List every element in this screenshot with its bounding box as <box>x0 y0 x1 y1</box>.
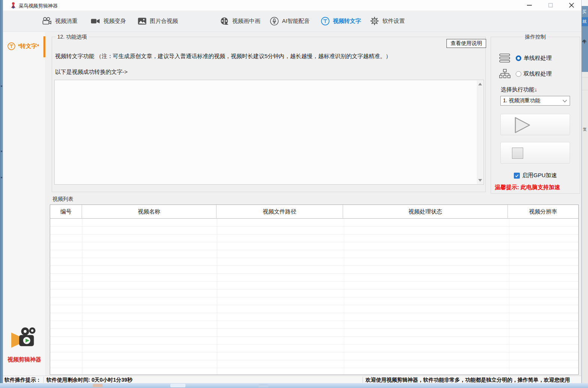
chevron-down-icon <box>563 100 567 103</box>
column-header-name[interactable]: 视频名称 <box>82 205 216 219</box>
desktop-edge-strip <box>0 0 3 388</box>
minimize-button[interactable] <box>521 0 537 10</box>
window-title: 菜鸟视频剪辑神器 <box>19 3 58 9</box>
function-options-groupbox: 12. 功能选项 查看使用说明 视频转文字功能 （注：可生成原创文章，建议导入普… <box>52 37 486 192</box>
gpu-checkbox[interactable] <box>514 173 520 179</box>
groupbox-title: 操作控制 <box>524 34 548 40</box>
background-text-fragment: 复 <box>583 127 587 132</box>
microphone-icon <box>270 17 279 25</box>
tab-label: 视频消重 <box>55 18 78 25</box>
sidebar-item-label: *转文字* <box>18 43 39 50</box>
statusbar-divider <box>43 377 44 383</box>
gpu-checkbox-label: 启用GPU加速 <box>522 172 557 179</box>
tab-picture-in-picture[interactable]: 视频画中画 <box>220 10 260 31</box>
statusbar-divider <box>363 377 363 383</box>
video-list-title: 视频列表 <box>52 196 73 203</box>
taskbar-button[interactable] <box>258 384 268 387</box>
double-thread-label: 双线程处理 <box>524 70 552 78</box>
function-select-value: 1. 视频消重功能 <box>503 97 540 104</box>
desktop-icon-fragment <box>1 85 2 87</box>
tab-label: 视频画中画 <box>232 18 260 25</box>
tab-settings[interactable]: 软件设置 <box>370 10 405 31</box>
check-icon <box>515 173 519 178</box>
feature-description: 视频转文字功能 （注：可生成原创文章，建议导入普通话标准的视频，视频时长建议5分… <box>55 53 391 60</box>
tab-ai-dubbing[interactable]: AI智能配音 <box>270 10 310 31</box>
column-header-resolution[interactable]: 视频分辨率 <box>508 205 578 219</box>
sidebar-item-to-text[interactable]: *转文字* <box>3 39 46 54</box>
converted-text-value <box>57 82 475 183</box>
movie-camera-icon <box>42 17 52 25</box>
double-thread-radio[interactable] <box>516 71 521 77</box>
start-button[interactable] <box>500 114 570 135</box>
background-window-sliver: 买 就 牛 复 <box>582 0 588 383</box>
remaining-time-text: 软件使用剩余时间: 0天0小时1分39秒 <box>46 377 132 384</box>
converted-text-area[interactable] <box>54 80 484 185</box>
letter-t-icon <box>7 42 15 50</box>
table-header-row: 编号 视频名称 视频文件路径 视频处理状态 视频分辨率 <box>50 205 578 219</box>
table-body-empty[interactable] <box>50 219 578 375</box>
vertical-scrollbar[interactable] <box>477 81 483 184</box>
single-thread-label: 单线程处理 <box>524 55 552 62</box>
double-thread-option[interactable]: 双线程处理 <box>499 68 552 80</box>
tab-video-to-text[interactable]: 视频转文字 <box>321 10 361 31</box>
background-selected-item: 就 <box>582 17 588 26</box>
desktop: 买 就 牛 复 菜鸟视频剪辑神器 <box>0 0 588 388</box>
title-bar[interactable]: 菜鸟视频剪辑神器 <box>3 0 581 10</box>
help-button[interactable]: 查看使用说明 <box>446 39 486 48</box>
app-logo-caption: 视频剪辑神器 <box>3 356 46 363</box>
tab-label: 视频变身 <box>103 18 126 25</box>
status-hint-label: 软件操作提示： <box>4 377 41 384</box>
result-hint: 以下是视频成功转换的文字-> <box>55 69 128 76</box>
play-icon <box>514 116 531 134</box>
single-thread-option[interactable]: 单线程处理 <box>499 52 552 64</box>
background-window-body: 复 <box>582 72 588 383</box>
gpu-acceleration-option[interactable]: 启用GPU加速 <box>491 172 580 179</box>
stop-button[interactable] <box>500 142 570 164</box>
sidebar-active-indicator <box>43 36 45 57</box>
video-list-table[interactable]: 编号 视频名称 视频文件路径 视频处理状态 视频分辨率 <box>50 204 579 375</box>
background-window-nav: 买 就 牛 <box>582 6 588 72</box>
tab-video-transform[interactable]: 视频变身 <box>91 10 126 31</box>
tab-label: 图片合视频 <box>150 18 178 25</box>
content-area: *转文字* 视频剪辑神器 12. 功能选项 查看使用说明 视频转文字功能 （注：… <box>3 32 581 376</box>
scroll-down-icon[interactable] <box>478 179 482 182</box>
function-select-label: 选择执行功能↓ <box>501 86 537 93</box>
camcorder-icon <box>91 18 100 25</box>
single-thread-radio[interactable] <box>516 55 521 61</box>
column-header-path[interactable]: 视频文件路径 <box>216 205 343 219</box>
queue-icon <box>499 54 510 63</box>
tab-image-to-video[interactable]: 图片合视频 <box>138 10 178 31</box>
column-header-number[interactable]: 编号 <box>50 205 82 219</box>
operation-control-groupbox: 操作控制 单线程处理 <box>491 37 580 194</box>
sidebar: *转文字* 视频剪辑神器 <box>3 32 46 376</box>
app-logo-icon <box>10 2 16 9</box>
letter-t-icon <box>321 17 330 25</box>
scroll-up-icon[interactable] <box>478 83 482 85</box>
background-text-fragment: 买 <box>582 9 587 15</box>
tab-label: 视频转文字 <box>333 18 361 25</box>
welcome-text: 欢迎使用视频剪辑神器，软件功能非常多，功能都是独立分明的，操作简单，欢迎您使用 <box>366 377 581 384</box>
stop-icon <box>512 148 523 159</box>
close-button[interactable] <box>563 0 580 10</box>
groupbox-title: 12. 功能选项 <box>56 34 88 40</box>
maximize-button[interactable] <box>542 0 559 10</box>
main-nav-tabbar: 视频消重 视频变身 图片合视频 <box>3 10 581 32</box>
tab-label: AI智能配音 <box>282 18 310 25</box>
background-text-fragment: 牛 <box>582 39 587 45</box>
column-header-status[interactable]: 视频处理状态 <box>343 205 508 219</box>
tab-video-dedup[interactable]: 视频消重 <box>42 10 78 31</box>
gpu-tip-text: 温馨提示: 此电脑支持加速 <box>495 184 560 191</box>
close-icon <box>569 3 574 8</box>
movie-camera-logo <box>11 327 37 350</box>
image-icon <box>138 18 146 25</box>
function-select[interactable]: 1. 视频消重功能 <box>500 96 570 106</box>
app-window: 菜鸟视频剪辑神器 视频消重 <box>3 0 582 383</box>
gear-icon <box>370 16 379 25</box>
background-text-fragment: 就 <box>582 19 587 24</box>
tab-label: 软件设置 <box>382 18 405 25</box>
windows-taskbar[interactable] <box>0 383 588 388</box>
taskbar-button[interactable] <box>93 384 103 387</box>
taskbar-button[interactable] <box>170 384 185 387</box>
thread-tree-icon <box>499 69 510 79</box>
film-reel-icon <box>220 17 229 25</box>
